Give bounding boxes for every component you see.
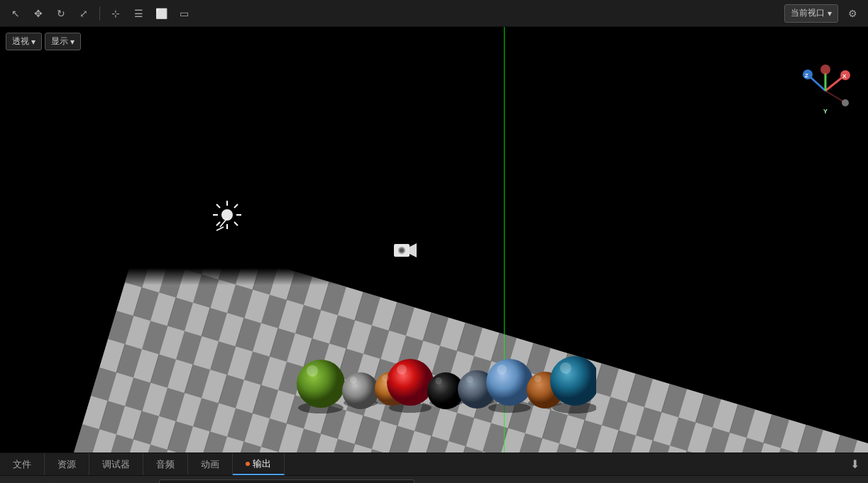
svg-line-16 [216,227,224,231]
settings-icon[interactable]: ⚙ [842,4,862,23]
rotate-tool-icon[interactable]: ↻ [51,4,71,23]
layout-icon[interactable]: ☰ [128,4,148,23]
svg-point-36 [486,359,533,406]
tab-audio[interactable]: 音频 [143,453,188,475]
spheres-scene [284,286,596,413]
pivot-tool-icon[interactable]: ⊹ [106,4,126,23]
svg-point-46 [534,375,542,382]
output-dot [246,462,250,466]
viewport-select-label: 当前视口 [791,7,825,19]
svg-point-42 [397,365,407,374]
tab-output[interactable]: 输出 [233,453,285,475]
svg-point-41 [382,374,389,382]
light-icon [209,197,245,238]
tab-file[interactable]: 文件 [0,453,45,475]
tab-audio-label: 音频 [156,458,175,471]
svg-line-11 [216,204,220,208]
svg-point-57 [820,65,830,74]
tab-file-label: 文件 [13,458,31,471]
download-all-button[interactable]: ☁ 下载全部 [61,480,115,483]
viewport-icon[interactable]: ⬜ [151,4,171,23]
viewport-overlay: 透视 ▾ 显示 ▾ [6,33,81,50]
perspective-button[interactable]: 透视 ▾ [6,33,42,50]
search-box[interactable] [159,479,414,484]
svg-point-39 [307,365,318,377]
tab-debugger[interactable]: 调试器 [89,453,143,475]
svg-text:X: X [842,73,847,79]
tab-output-label: 输出 [253,457,271,470]
tab-scroll-right[interactable]: ⬇ [842,453,868,475]
viewport-gizmo: X Z Y [797,62,854,119]
svg-text:Y: Y [823,108,828,115]
viewport-scene [0,27,868,453]
resource-bar: 🏪 商城 ☁ 下载全部 ↻ 刷新 🔍 [0,475,868,483]
svg-text:Z: Z [805,72,808,79]
tab-animation[interactable]: 动画 [188,453,233,475]
svg-point-47 [560,362,571,374]
camera-frame-icon[interactable]: ▭ [174,4,194,23]
svg-marker-18 [410,243,417,257]
store-button[interactable]: 🏪 商城 [7,480,46,483]
toolbar-right: 当前视口 ▾ ⚙ [784,4,862,23]
svg-line-13 [234,204,238,208]
viewport-select-arrow: ▾ [828,9,832,18]
display-button[interactable]: 显示 ▾ [45,33,81,50]
svg-line-15 [220,218,227,227]
tab-assets-label: 资源 [57,458,76,471]
tab-debugger-label: 调试器 [102,458,130,471]
viewport-container[interactable]: 透视 ▾ 显示 ▾ X Z Y [0,27,868,453]
svg-line-48 [825,77,843,91]
camera-icon [392,240,418,265]
svg-line-54 [825,91,843,101]
top-toolbar: ↖ ✥ ↻ ⤢ ⊹ ☰ ⬜ ▭ 当前视口 ▾ ⚙ [0,0,868,27]
svg-point-31 [342,372,379,409]
tab-animation-label: 动画 [201,458,219,471]
svg-point-55 [842,99,849,106]
svg-point-40 [350,377,357,384]
svg-point-43 [435,377,442,384]
svg-line-14 [216,222,220,226]
svg-point-33 [387,359,434,406]
refresh-button[interactable]: ↻ 刷新 [119,480,155,483]
bottom-tabs: 文件 资源 调试器 音频 动画 输出 ⬇ [0,453,868,475]
svg-point-45 [497,365,507,374]
svg-line-51 [810,77,825,91]
svg-line-12 [234,222,238,226]
search-icon-button[interactable]: 🔍 [837,481,861,484]
svg-point-30 [297,360,345,408]
toolbar-sep-1 [99,6,100,21]
select-tool-icon[interactable]: ↖ [6,4,26,23]
svg-point-20 [400,248,404,252]
move-tool-icon[interactable]: ✥ [28,4,48,23]
scale-tool-icon[interactable]: ⤢ [74,4,94,23]
viewport-select-dropdown[interactable]: 当前视口 ▾ [784,4,838,23]
svg-point-44 [466,376,473,383]
tab-assets[interactable]: 资源 [45,453,89,475]
